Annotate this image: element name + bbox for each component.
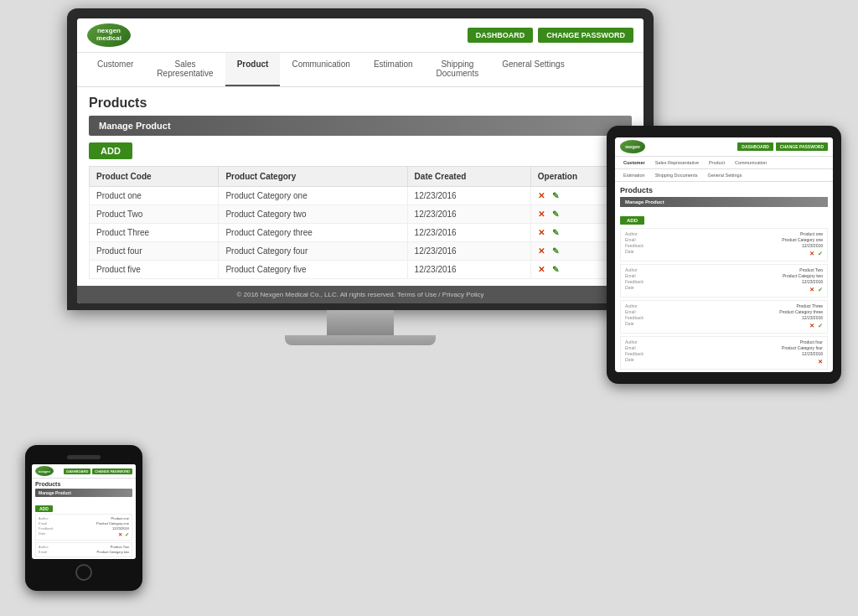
tablet: nexgen DASHBOARD CHANGE PASSWORD Custome…: [607, 126, 841, 384]
edit-icon-4[interactable]: ✎: [552, 265, 559, 274]
tablet-logo: nexgen: [620, 140, 645, 153]
phone-change-password-button[interactable]: CHANGE PASSWORD: [92, 468, 132, 474]
edit-icon-2[interactable]: ✎: [552, 228, 559, 237]
tablet-card-1: Author Product one Email Product Categor…: [620, 228, 828, 261]
tab-communication[interactable]: Communication: [280, 53, 361, 86]
phone-speaker: [67, 455, 101, 459]
tablet-edit-icon-2[interactable]: ✓: [818, 287, 823, 293]
desktop-monitor: nexgen medical DASHBOARD CHANGE PASSWORD…: [67, 8, 654, 345]
tab-sales-rep[interactable]: SalesRepresentative: [145, 53, 225, 86]
footer: © 2016 Nexgen Medical Co., LLC. All righ…: [77, 286, 644, 303]
phone-page-title: Products: [32, 479, 136, 489]
tablet-card-2-actions: ✕ ✓: [809, 287, 823, 293]
tablet-delete-icon-3[interactable]: ✕: [809, 323, 814, 329]
tablet-edit-icon-3[interactable]: ✓: [818, 323, 823, 329]
cell-product-category: Product Category one: [219, 187, 407, 205]
tablet-card-2: Author Product Two Email Product Categor…: [620, 264, 828, 298]
tablet-nav-tabs-2: Estimation Shipping Documents General Se…: [615, 169, 833, 182]
tablet-delete-icon-1[interactable]: ✕: [809, 251, 814, 257]
tab-product[interactable]: Product: [225, 53, 281, 86]
phone-delete-icon-1[interactable]: ✕: [118, 531, 122, 537]
phone-screen: nexgen DASHBOARD CHANGE PASSWORD Product…: [32, 464, 136, 559]
delete-icon-4[interactable]: ✕: [538, 265, 545, 274]
logo-oval: nexgen medical: [87, 23, 131, 47]
change-password-button[interactable]: CHANGE PASSWORD: [538, 28, 633, 43]
tablet-dashboard-button[interactable]: DASHBOARD: [737, 142, 773, 151]
scene: nexgen medical DASHBOARD CHANGE PASSWORD…: [0, 0, 858, 616]
tablet-tab-customer[interactable]: Customer: [618, 157, 650, 168]
table-row: Product one Product Category one 12/23/2…: [90, 187, 632, 205]
cell-product-category: Product Category five: [219, 261, 407, 279]
page-title: Products: [77, 87, 644, 116]
phone-card-1-actions: ✕ ✓: [118, 531, 129, 537]
delete-icon-0[interactable]: ✕: [538, 191, 545, 200]
tablet-tab-sales[interactable]: Sales Representative: [650, 157, 704, 168]
tablet-card-4: Author Product four Email Product Catego…: [620, 336, 828, 370]
tablet-app-header: nexgen DASHBOARD CHANGE PASSWORD: [615, 137, 833, 157]
tab-estimation[interactable]: Estimation: [362, 53, 425, 86]
monitor-screen: nexgen medical DASHBOARD CHANGE PASSWORD…: [77, 18, 644, 303]
phone-app-header: nexgen DASHBOARD CHANGE PASSWORD: [32, 464, 136, 479]
dashboard-button[interactable]: DASHBOARD: [468, 28, 534, 43]
tablet-delete-icon-2[interactable]: ✕: [809, 287, 814, 293]
nav-tabs: Customer SalesRepresentative Product Com…: [77, 53, 644, 87]
phone-header-buttons: DASHBOARD CHANGE PASSWORD: [64, 468, 132, 474]
tablet-manage-header: Manage Product: [620, 197, 828, 207]
tablet-tab-communication[interactable]: Communication: [730, 157, 772, 168]
tab-general[interactable]: General Settings: [490, 53, 576, 86]
phone-dashboard-button[interactable]: DASHBOARD: [64, 468, 90, 474]
cell-product-code: Product four: [90, 242, 219, 261]
tablet-delete-icon-4[interactable]: ✕: [818, 359, 823, 365]
tablet-change-password-button[interactable]: CHANGE PASSWORD: [776, 142, 828, 151]
cell-date: 12/23/2016: [407, 242, 530, 261]
phone-add-button[interactable]: ADD: [35, 505, 53, 512]
tablet-logo-text: nexgen: [625, 144, 640, 149]
tab-shipping[interactable]: ShippingDocuments: [425, 53, 491, 86]
cell-product-category: Product Category two: [219, 205, 407, 224]
tablet-tab-product[interactable]: Product: [704, 157, 730, 168]
cell-product-code: Product one: [90, 187, 219, 205]
edit-icon-3[interactable]: ✎: [552, 246, 559, 256]
tablet-card-3: Author Product Three Email Product Categ…: [620, 300, 828, 334]
phone-edit-icon-1[interactable]: ✓: [125, 531, 129, 537]
delete-icon-1[interactable]: ✕: [538, 210, 545, 219]
cell-product-code: Product five: [90, 261, 219, 279]
tablet-bezel: nexgen DASHBOARD CHANGE PASSWORD Custome…: [607, 126, 841, 384]
phone-logo-text: nexgen: [39, 469, 50, 474]
edit-icon-1[interactable]: ✎: [552, 210, 559, 219]
phone-home-button[interactable]: [75, 564, 92, 581]
delete-icon-3[interactable]: ✕: [538, 246, 545, 256]
monitor-bezel: nexgen medical DASHBOARD CHANGE PASSWORD…: [67, 8, 654, 310]
phone-bezel: nexgen DASHBOARD CHANGE PASSWORD Product…: [25, 445, 142, 591]
col-product-category: Product Category: [219, 167, 407, 187]
cell-date: 12/23/2016: [407, 205, 530, 224]
manage-product-header: Manage Product: [89, 116, 632, 136]
tab-customer[interactable]: Customer: [85, 53, 145, 86]
table-row: Product Two Product Category two 12/23/2…: [90, 205, 632, 224]
tablet-header-buttons: DASHBOARD CHANGE PASSWORD: [737, 142, 828, 151]
col-product-code: Product Code: [90, 167, 219, 187]
cell-date: 12/23/2016: [407, 224, 530, 242]
delete-icon-2[interactable]: ✕: [538, 228, 545, 237]
tablet-tab-estimation[interactable]: Estimation: [618, 169, 650, 181]
table-row: Product Three Product Category three 12/…: [90, 224, 632, 242]
phone-card-1: Author Product one Email Product Categor…: [35, 514, 132, 541]
cell-product-category: Product Category three: [219, 224, 407, 242]
tablet-edit-icon-1[interactable]: ✓: [818, 251, 823, 257]
tablet-add-button[interactable]: ADD: [620, 216, 644, 225]
header-buttons: DASHBOARD CHANGE PASSWORD: [468, 28, 633, 43]
phone-card-2: Author Product Two Email Product Categor…: [35, 542, 132, 557]
monitor-stand: [327, 310, 394, 335]
tablet-tab-shipping[interactable]: Shipping Documents: [650, 169, 703, 181]
tablet-tab-general[interactable]: General Settings: [702, 169, 747, 181]
add-button[interactable]: ADD: [89, 142, 132, 159]
edit-icon-0[interactable]: ✎: [552, 191, 559, 200]
cell-product-code: Product Two: [90, 205, 219, 224]
cell-date: 12/23/2016: [407, 261, 530, 279]
tablet-card-4-actions: ✕: [818, 359, 823, 365]
cell-date: 12/23/2016: [407, 187, 530, 205]
table-row: Product five Product Category five 12/23…: [90, 261, 632, 279]
table-row: Product four Product Category four 12/23…: [90, 242, 632, 261]
cell-product-category: Product Category four: [219, 242, 407, 261]
tablet-page-title: Products: [615, 182, 833, 197]
